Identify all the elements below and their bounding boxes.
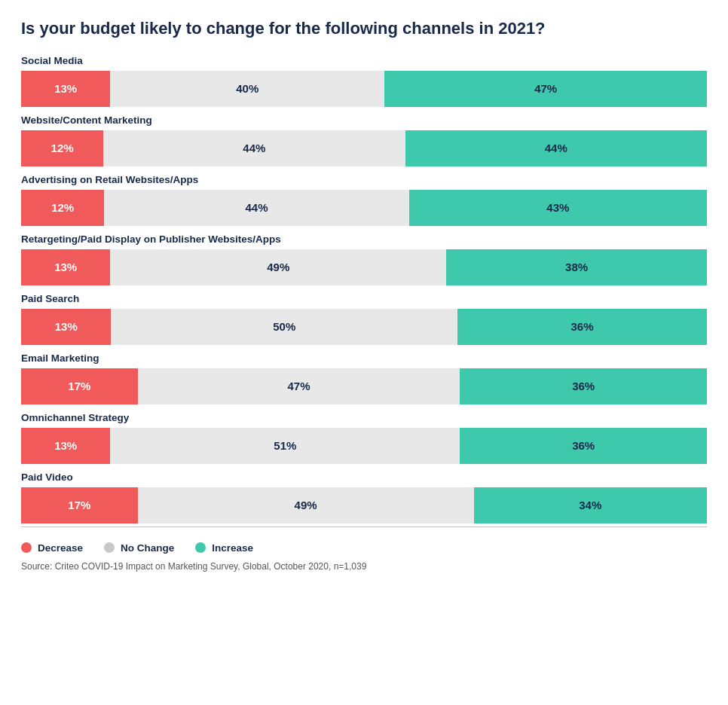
bar-nochange-2: 44% <box>104 190 408 226</box>
category-label-0: Social Media <box>21 55 707 66</box>
row-container-5: Email Marketing17%47%36% <box>21 352 707 404</box>
bar-nochange-3: 49% <box>110 249 446 285</box>
bar-group-5: 17%47%36% <box>21 368 707 404</box>
category-label-2: Advertising on Retail Websites/Apps <box>21 174 707 185</box>
bar-group-6: 13%51%36% <box>21 428 707 464</box>
bar-nochange-6: 51% <box>110 428 460 464</box>
row-container-4: Paid Search13%50%36% <box>21 293 707 345</box>
category-label-6: Omnichannel Strategy <box>21 412 707 423</box>
legend-nochange: No Change <box>104 542 174 554</box>
bar-increase-4: 36% <box>457 309 707 345</box>
bar-group-0: 13%40%47% <box>21 71 707 107</box>
legend-decrease: Decrease <box>21 542 83 554</box>
category-label-5: Email Marketing <box>21 352 707 364</box>
chart-rows: Social Media13%40%47%Website/Content Mar… <box>21 55 707 523</box>
decrease-dot <box>21 542 32 553</box>
row-container-3: Retargeting/Paid Display on Publisher We… <box>21 233 707 285</box>
row-container-2: Advertising on Retail Websites/Apps12%44… <box>21 174 707 226</box>
bar-increase-6: 36% <box>460 428 707 464</box>
bar-group-3: 13%49%38% <box>21 249 707 285</box>
source-text: Source: Criteo COVID-19 Impact on Market… <box>21 561 707 572</box>
category-label-7: Paid Video <box>21 472 707 483</box>
legend-divider <box>21 526 707 527</box>
bar-increase-7: 34% <box>474 487 707 523</box>
bar-decrease-2: 12% <box>21 190 104 226</box>
bar-increase-1: 44% <box>405 130 707 166</box>
legend: Decrease No Change Increase <box>21 542 707 554</box>
category-label-3: Retargeting/Paid Display on Publisher We… <box>21 233 707 245</box>
legend-decrease-label: Decrease <box>38 542 83 554</box>
bar-decrease-6: 13% <box>21 428 110 464</box>
bar-decrease-0: 13% <box>21 71 110 107</box>
bar-nochange-7: 49% <box>138 487 474 523</box>
legend-nochange-label: No Change <box>121 542 174 554</box>
bar-group-2: 12%44%43% <box>21 190 707 226</box>
bar-increase-5: 36% <box>460 368 707 404</box>
bar-increase-2: 43% <box>409 190 707 226</box>
bar-group-4: 13%50%36% <box>21 309 707 345</box>
bar-decrease-4: 13% <box>21 309 111 345</box>
row-container-6: Omnichannel Strategy13%51%36% <box>21 412 707 464</box>
bar-nochange-1: 44% <box>103 130 405 166</box>
row-container-7: Paid Video17%49%34% <box>21 472 707 523</box>
row-container-0: Social Media13%40%47% <box>21 55 707 107</box>
bar-nochange-0: 40% <box>110 71 384 107</box>
legend-increase: Increase <box>195 542 253 554</box>
row-container-1: Website/Content Marketing12%44%44% <box>21 114 707 166</box>
bar-decrease-5: 17% <box>21 368 138 404</box>
bar-decrease-7: 17% <box>21 487 138 523</box>
nochange-dot <box>104 542 115 553</box>
bar-increase-0: 47% <box>384 71 707 107</box>
chart-title: Is your budget likely to change for the … <box>21 18 707 40</box>
category-label-4: Paid Search <box>21 293 707 304</box>
bar-group-7: 17%49%34% <box>21 487 707 523</box>
bar-nochange-5: 47% <box>138 368 460 404</box>
increase-dot <box>195 542 206 553</box>
bar-decrease-1: 12% <box>21 130 103 166</box>
bar-decrease-3: 13% <box>21 249 110 285</box>
legend-increase-label: Increase <box>212 542 253 554</box>
bar-nochange-4: 50% <box>111 309 457 345</box>
bar-group-1: 12%44%44% <box>21 130 707 166</box>
bar-increase-3: 38% <box>446 249 707 285</box>
category-label-1: Website/Content Marketing <box>21 114 707 126</box>
